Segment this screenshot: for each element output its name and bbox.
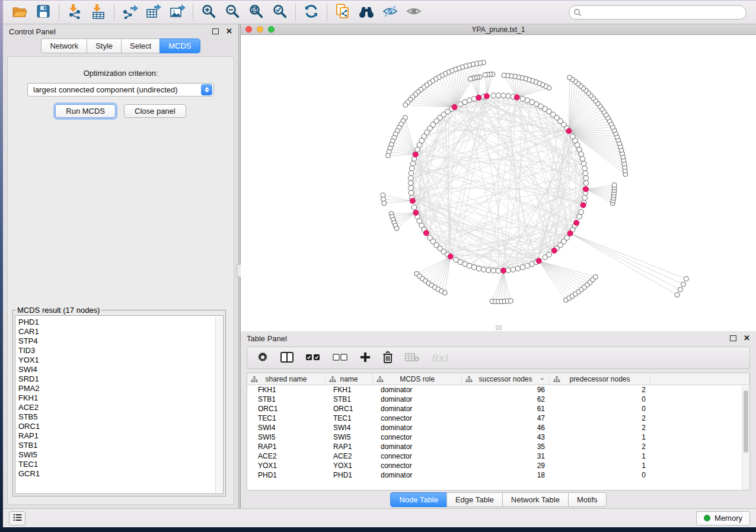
mcds-result-item[interactable]: GCR1 [18, 469, 223, 479]
column-type-icon [377, 376, 384, 384]
node-table-row[interactable]: ACE2ACE2connector311 [247, 451, 749, 461]
mcds-result-item[interactable]: ACE2 [18, 403, 223, 412]
network-titlebar: YPA_prune.txt_1 [241, 24, 756, 35]
panel-splitter[interactable] [238, 24, 240, 508]
import-table-button[interactable] [87, 2, 110, 23]
task-history-button[interactable] [9, 511, 25, 525]
mcds-result-item[interactable]: TEC1 [18, 460, 223, 469]
mcds-result-item[interactable]: ORC1 [18, 422, 223, 431]
mcds-result-item[interactable]: PHD1 [18, 318, 223, 327]
network-from-selection-button[interactable] [331, 2, 355, 23]
close-table-panel-icon[interactable]: ✕ [744, 335, 750, 341]
window-close-icon[interactable] [245, 26, 252, 33]
control-tab-style[interactable]: Style [87, 39, 121, 53]
function-builder-button[interactable]: f(x) [431, 352, 447, 364]
network-graph[interactable] [241, 35, 756, 331]
mcds-result-item[interactable]: STB5 [18, 412, 223, 422]
split-columns-icon [280, 352, 294, 364]
table-tab-motifs[interactable]: Motifs [568, 492, 607, 507]
select-all-columns-button[interactable] [305, 353, 321, 363]
float-table-panel-icon[interactable] [730, 335, 736, 341]
export-image-button[interactable] [165, 2, 189, 23]
cell-shared-name: SWI4 [247, 423, 326, 432]
table-scrollbar[interactable] [742, 386, 749, 490]
node-table-row[interactable]: SWI4SWI4dominator462 [247, 423, 749, 432]
mcds-result-item[interactable]: FKH1 [18, 393, 223, 403]
window-maximize-icon[interactable] [268, 26, 275, 33]
control-tab-network[interactable]: Network [41, 39, 87, 53]
node-table-row[interactable]: PHD1PHD1dominator180 [247, 470, 749, 480]
control-tab-mcds[interactable]: MCDS [160, 39, 200, 53]
table-tab-network-table[interactable]: Network Table [502, 492, 568, 507]
window-minimize-icon[interactable] [257, 26, 263, 33]
table-toolbar: f(x) [247, 347, 750, 369]
column-header-mcds-role[interactable]: MCDS role [373, 373, 462, 384]
export-table-icon [146, 4, 162, 21]
cell-shared-name: PHD1 [247, 470, 326, 480]
cell-mcds-role: dominator [373, 442, 462, 451]
delete-column-button[interactable] [382, 351, 393, 365]
open-file-button[interactable] [8, 2, 31, 23]
memory-button[interactable]: Memory [696, 511, 750, 525]
zoom-out-button[interactable] [221, 2, 244, 23]
column-header-successor-nodes[interactable]: successor nodes⌄ [462, 373, 550, 384]
save-session-button[interactable] [31, 2, 55, 23]
node-table-row[interactable]: SWI5SWI5connector431 [247, 432, 749, 442]
column-header-predecessor-nodes[interactable]: predecessor nodes [550, 373, 650, 384]
search-input[interactable] [569, 5, 747, 20]
table-options-button[interactable] [257, 351, 269, 365]
add-column-button[interactable] [360, 352, 371, 364]
import-network-button[interactable] [63, 2, 87, 23]
close-panel-button[interactable]: Close panel [124, 104, 186, 118]
network-canvas[interactable] [241, 35, 756, 331]
cell-mcds-role: dominator [373, 423, 462, 432]
node-table-row[interactable]: ORC1ORC1dominator610 [247, 404, 749, 414]
mcds-result-item[interactable]: SWI5 [18, 450, 223, 460]
column-header-name[interactable]: name [326, 373, 373, 384]
node-table-row[interactable]: STB1STB1dominator620 [247, 395, 749, 404]
criterion-select[interactable]: largest connected component (undirected) [27, 83, 214, 97]
zoom-in-button[interactable] [197, 2, 221, 23]
mcds-result-item[interactable]: STP4 [18, 336, 223, 346]
cell-predecessor-nodes: 0 [550, 404, 650, 414]
apply-layout-button[interactable] [299, 2, 323, 23]
control-tab-select[interactable]: Select [121, 39, 160, 53]
column-header-shared-name[interactable]: shared name [247, 373, 326, 384]
delete-table-button[interactable] [405, 352, 419, 364]
float-panel-icon[interactable] [212, 28, 219, 34]
refresh-icon [304, 4, 319, 21]
show-all-button[interactable] [402, 2, 426, 23]
mcds-result-item[interactable]: SRD1 [18, 374, 223, 384]
run-mcds-button[interactable]: Run MCDS [55, 104, 116, 118]
deselect-all-columns-button[interactable] [333, 353, 348, 363]
mcds-result-item[interactable]: PMA2 [18, 384, 223, 393]
node-table-row[interactable]: FKH1FKH1dominator962 [247, 385, 749, 395]
canvas-grip[interactable] [496, 325, 502, 330]
table-tab-node-table[interactable]: Node Table [390, 492, 446, 507]
zoom-selected-button[interactable] [268, 2, 292, 23]
cell-name: ORC1 [326, 404, 373, 414]
mcds-result-item[interactable]: CAR1 [18, 327, 223, 336]
node-table-row[interactable]: RAP1RAP1dominator352 [247, 442, 749, 451]
table-tab-edge-table[interactable]: Edge Table [446, 492, 502, 507]
scrollbar-thumb[interactable] [744, 390, 748, 453]
export-table-button[interactable] [142, 2, 165, 23]
result-scrollbar[interactable] [215, 316, 222, 493]
table-panel-header: Table Panel ✕ [241, 331, 756, 345]
mcds-result-item[interactable]: TID3 [18, 346, 223, 355]
export-network-button[interactable] [118, 2, 142, 23]
mcds-panel: Optimization criterion: largest connecte… [7, 56, 234, 505]
node-table-row[interactable]: YOX1YOX1connector291 [247, 461, 749, 470]
show-column-panel-button[interactable] [280, 352, 294, 364]
mcds-result-item[interactable]: YOX1 [18, 355, 223, 365]
mcds-result-item[interactable]: SWI4 [18, 365, 223, 374]
cell-shared-name: SWI5 [247, 432, 326, 442]
hide-selected-button[interactable] [378, 2, 402, 23]
first-neighbors-button[interactable] [355, 2, 378, 23]
mcds-result-item[interactable]: RAP1 [18, 431, 223, 441]
mcds-result-item[interactable]: STB1 [18, 441, 223, 450]
control-panel-tabs: NetworkStyleSelectMCDS [3, 39, 238, 53]
node-table-row[interactable]: TEC1TEC1connector472 [247, 414, 749, 423]
zoom-fit-button[interactable] [244, 2, 268, 23]
close-panel-icon[interactable]: ✕ [226, 28, 232, 34]
